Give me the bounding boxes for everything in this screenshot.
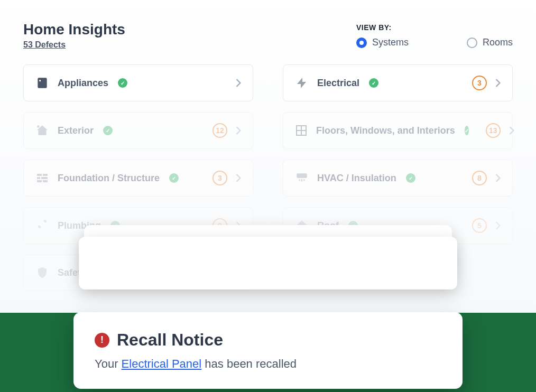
verified-badge-icon bbox=[103, 126, 113, 135]
notice-title: Recall Notice bbox=[117, 330, 223, 350]
svg-rect-8 bbox=[37, 177, 40, 179]
view-by-section: VIEW BY: Systems Rooms bbox=[356, 21, 513, 48]
radio-option-systems[interactable]: Systems bbox=[356, 37, 409, 48]
radio-label: Systems bbox=[372, 37, 409, 48]
count-badge: 8 bbox=[472, 171, 487, 185]
category-label: Electrical bbox=[317, 78, 359, 89]
verified-badge-icon bbox=[369, 78, 378, 88]
alert-icon: ! bbox=[95, 333, 109, 348]
defects-link[interactable]: 53 Defects bbox=[23, 40, 66, 49]
category-label: Appliances bbox=[58, 78, 108, 89]
category-label: Exterior bbox=[58, 125, 94, 136]
chevron-right-icon bbox=[495, 174, 501, 182]
notice-body-suffix: has been recalled bbox=[201, 357, 297, 370]
radio-icon bbox=[356, 38, 367, 48]
appliances-icon bbox=[35, 76, 49, 90]
category-card[interactable]: Foundation / Structure3 bbox=[23, 160, 253, 197]
verified-badge-icon bbox=[118, 78, 127, 88]
count-badge: 3 bbox=[472, 76, 487, 90]
svg-rect-11 bbox=[43, 180, 48, 182]
radio-icon bbox=[467, 38, 477, 48]
floors-icon bbox=[295, 124, 308, 137]
radio-option-rooms[interactable]: Rooms bbox=[467, 37, 513, 48]
verified-badge-icon bbox=[406, 173, 415, 183]
svg-rect-9 bbox=[41, 177, 48, 179]
chevron-right-icon bbox=[236, 79, 241, 87]
category-card[interactable]: Appliances bbox=[23, 64, 253, 101]
category-card[interactable]: HVAC / Insulation8 bbox=[283, 160, 513, 197]
notice-body: Your Electrical Panel has been recalled bbox=[95, 357, 441, 371]
count-badge: 12 bbox=[212, 123, 227, 138]
svg-rect-6 bbox=[37, 174, 42, 176]
exterior-icon bbox=[35, 124, 49, 137]
foundation-icon bbox=[35, 171, 49, 185]
radio-label: Rooms bbox=[483, 37, 513, 48]
svg-point-2 bbox=[37, 125, 39, 127]
chevron-right-icon bbox=[495, 221, 501, 230]
view-by-radio-group: Systems Rooms bbox=[356, 37, 513, 48]
count-badge: 3 bbox=[212, 171, 227, 185]
plumbing-icon bbox=[35, 219, 49, 232]
header: Home Insights 53 Defects VIEW BY: System… bbox=[23, 21, 513, 50]
notice-stack: ! Recall Notice Your Electrical Panel ha… bbox=[73, 312, 463, 389]
view-by-label: VIEW BY: bbox=[356, 23, 513, 32]
notice-body-link[interactable]: Electrical Panel bbox=[122, 357, 202, 370]
chevron-right-icon bbox=[509, 126, 514, 135]
chevron-right-icon bbox=[236, 126, 241, 135]
hvac-icon bbox=[295, 171, 309, 185]
safety-icon bbox=[35, 266, 49, 279]
category-label: Foundation / Structure bbox=[58, 173, 160, 184]
svg-point-1 bbox=[39, 80, 41, 81]
svg-rect-10 bbox=[37, 180, 42, 182]
verified-badge-icon bbox=[169, 173, 179, 183]
verified-badge-icon bbox=[465, 126, 469, 135]
page-title: Home Insights bbox=[23, 21, 125, 38]
count-badge: 13 bbox=[486, 123, 501, 138]
category-card[interactable]: Floors, Windows, and Interiors13 bbox=[283, 112, 513, 149]
category-card[interactable]: Exterior12 bbox=[23, 112, 253, 149]
chevron-right-icon bbox=[236, 174, 241, 182]
recall-notice-card[interactable]: ! Recall Notice Your Electrical Panel ha… bbox=[73, 312, 463, 389]
chevron-right-icon bbox=[495, 79, 501, 87]
stacked-card-mid bbox=[79, 237, 457, 290]
count-badge: 5 bbox=[472, 218, 487, 233]
svg-rect-7 bbox=[43, 174, 48, 176]
svg-rect-0 bbox=[38, 78, 47, 88]
category-label: Floors, Windows, and Interiors bbox=[316, 125, 455, 136]
category-label: HVAC / Insulation bbox=[317, 173, 396, 184]
svg-rect-12 bbox=[297, 173, 307, 178]
electrical-icon bbox=[295, 76, 309, 90]
notice-body-prefix: Your bbox=[95, 357, 122, 370]
category-card[interactable]: Electrical3 bbox=[283, 64, 513, 101]
